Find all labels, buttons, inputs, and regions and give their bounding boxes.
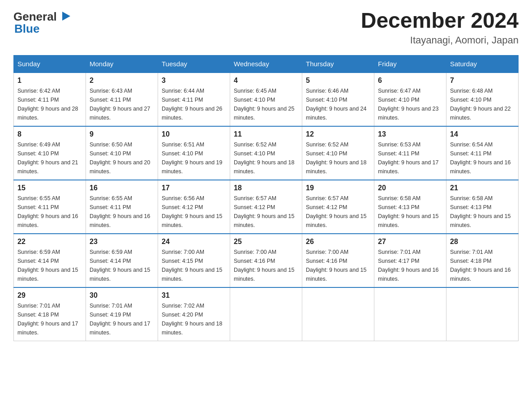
day-info: Sunrise: 6:58 AMSunset: 4:13 PMDaylight:… (378, 195, 439, 228)
day-number: 7 (450, 77, 515, 85)
table-row: 13 Sunrise: 6:53 AMSunset: 4:11 PMDaylig… (374, 126, 446, 180)
day-info: Sunrise: 6:44 AMSunset: 4:11 PMDaylight:… (162, 88, 223, 121)
day-number: 27 (378, 238, 442, 246)
day-number: 3 (162, 77, 226, 85)
day-info: Sunrise: 6:50 AMSunset: 4:10 PMDaylight:… (90, 141, 150, 175)
table-row: 9 Sunrise: 6:50 AMSunset: 4:10 PMDayligh… (86, 126, 158, 180)
day-info: Sunrise: 6:54 AMSunset: 4:11 PMDaylight:… (450, 141, 511, 175)
day-number: 18 (234, 184, 298, 192)
table-row: 27 Sunrise: 7:01 AMSunset: 4:17 PMDaylig… (374, 234, 446, 287)
svg-marker-0 (62, 12, 70, 21)
day-number: 24 (162, 238, 226, 246)
day-number: 11 (234, 130, 298, 138)
col-saturday: Saturday (446, 55, 519, 73)
table-row: 14 Sunrise: 6:54 AMSunset: 4:11 PMDaylig… (446, 126, 519, 180)
day-info: Sunrise: 6:59 AMSunset: 4:14 PMDaylight:… (90, 249, 150, 282)
day-info: Sunrise: 6:52 AMSunset: 4:10 PMDaylight:… (234, 141, 295, 175)
table-row (446, 287, 519, 341)
day-info: Sunrise: 6:49 AMSunset: 4:10 PMDaylight:… (17, 141, 78, 175)
day-info: Sunrise: 7:00 AMSunset: 4:15 PMDaylight:… (162, 249, 223, 282)
table-row: 10 Sunrise: 6:51 AMSunset: 4:10 PMDaylig… (158, 126, 230, 180)
calendar-header-row: Sunday Monday Tuesday Wednesday Thursday… (14, 55, 519, 73)
day-number: 1 (17, 77, 82, 85)
table-row (230, 287, 302, 341)
day-number: 29 (17, 291, 82, 300)
day-number: 16 (90, 184, 154, 192)
calendar-week-row: 1 Sunrise: 6:42 AMSunset: 4:11 PMDayligh… (14, 73, 519, 126)
day-number: 14 (450, 130, 515, 138)
table-row: 19 Sunrise: 6:57 AMSunset: 4:12 PMDaylig… (302, 180, 374, 234)
table-row: 23 Sunrise: 6:59 AMSunset: 4:14 PMDaylig… (86, 234, 158, 287)
calendar-table: Sunday Monday Tuesday Wednesday Thursday… (13, 55, 519, 341)
table-row: 30 Sunrise: 7:01 AMSunset: 4:19 PMDaylig… (86, 287, 158, 341)
day-number: 20 (378, 184, 442, 192)
table-row: 12 Sunrise: 6:52 AMSunset: 4:10 PMDaylig… (302, 126, 374, 180)
day-number: 30 (90, 291, 154, 300)
table-row: 11 Sunrise: 6:52 AMSunset: 4:10 PMDaylig… (230, 126, 302, 180)
table-row: 8 Sunrise: 6:49 AMSunset: 4:10 PMDayligh… (14, 126, 86, 180)
day-number: 25 (234, 238, 298, 246)
table-row: 18 Sunrise: 6:57 AMSunset: 4:12 PMDaylig… (230, 180, 302, 234)
col-thursday: Thursday (302, 55, 374, 73)
day-number: 21 (450, 184, 515, 192)
day-number: 19 (306, 184, 370, 192)
day-info: Sunrise: 7:01 AMSunset: 4:18 PMDaylight:… (17, 303, 78, 336)
day-number: 22 (17, 238, 82, 246)
day-info: Sunrise: 6:45 AMSunset: 4:10 PMDaylight:… (234, 88, 295, 121)
day-info: Sunrise: 6:57 AMSunset: 4:12 PMDaylight:… (306, 195, 367, 228)
day-info: Sunrise: 6:56 AMSunset: 4:12 PMDaylight:… (162, 195, 223, 228)
table-row: 2 Sunrise: 6:43 AMSunset: 4:11 PMDayligh… (86, 73, 158, 126)
day-info: Sunrise: 6:51 AMSunset: 4:10 PMDaylight:… (162, 141, 223, 175)
calendar-week-row: 22 Sunrise: 6:59 AMSunset: 4:14 PMDaylig… (14, 234, 519, 287)
table-row (302, 287, 374, 341)
table-row: 26 Sunrise: 7:00 AMSunset: 4:16 PMDaylig… (302, 234, 374, 287)
day-number: 8 (17, 130, 82, 138)
col-tuesday: Tuesday (158, 55, 230, 73)
day-info: Sunrise: 6:48 AMSunset: 4:10 PMDaylight:… (450, 88, 511, 121)
table-row: 28 Sunrise: 7:01 AMSunset: 4:18 PMDaylig… (446, 234, 519, 287)
table-row: 22 Sunrise: 6:59 AMSunset: 4:14 PMDaylig… (14, 234, 86, 287)
day-info: Sunrise: 6:59 AMSunset: 4:14 PMDaylight:… (17, 249, 78, 282)
table-row: 6 Sunrise: 6:47 AMSunset: 4:10 PMDayligh… (374, 73, 446, 126)
day-info: Sunrise: 7:01 AMSunset: 4:19 PMDaylight:… (90, 303, 150, 336)
day-number: 26 (306, 238, 370, 246)
table-row: 29 Sunrise: 7:01 AMSunset: 4:18 PMDaylig… (14, 287, 86, 341)
col-wednesday: Wednesday (230, 55, 302, 73)
table-row: 21 Sunrise: 6:58 AMSunset: 4:13 PMDaylig… (446, 180, 519, 234)
day-number: 17 (162, 184, 226, 192)
table-row: 31 Sunrise: 7:02 AMSunset: 4:20 PMDaylig… (158, 287, 230, 341)
location: Itayanagi, Aomori, Japan (361, 34, 519, 46)
day-number: 10 (162, 130, 226, 138)
day-number: 31 (162, 291, 226, 300)
table-row: 25 Sunrise: 7:00 AMSunset: 4:16 PMDaylig… (230, 234, 302, 287)
table-row: 3 Sunrise: 6:44 AMSunset: 4:11 PMDayligh… (158, 73, 230, 126)
day-number: 9 (90, 130, 154, 138)
logo: General Blue (13, 9, 74, 35)
logo-arrow-icon (58, 8, 74, 24)
day-info: Sunrise: 6:57 AMSunset: 4:12 PMDaylight:… (234, 195, 295, 228)
month-title: December 2024 (361, 9, 519, 33)
day-number: 5 (306, 77, 370, 85)
day-number: 15 (17, 184, 82, 192)
calendar-week-row: 8 Sunrise: 6:49 AMSunset: 4:10 PMDayligh… (14, 126, 519, 180)
day-number: 23 (90, 238, 154, 246)
day-info: Sunrise: 6:55 AMSunset: 4:11 PMDaylight:… (90, 195, 150, 228)
day-info: Sunrise: 6:43 AMSunset: 4:11 PMDaylight:… (90, 88, 150, 121)
day-number: 4 (234, 77, 298, 85)
col-monday: Monday (86, 55, 158, 73)
day-info: Sunrise: 6:55 AMSunset: 4:11 PMDaylight:… (17, 195, 78, 228)
table-row: 24 Sunrise: 7:00 AMSunset: 4:15 PMDaylig… (158, 234, 230, 287)
col-friday: Friday (374, 55, 446, 73)
calendar-week-row: 29 Sunrise: 7:01 AMSunset: 4:18 PMDaylig… (14, 287, 519, 341)
day-info: Sunrise: 7:01 AMSunset: 4:17 PMDaylight:… (378, 249, 439, 282)
day-info: Sunrise: 6:42 AMSunset: 4:11 PMDaylight:… (17, 88, 78, 121)
table-row: 7 Sunrise: 6:48 AMSunset: 4:10 PMDayligh… (446, 73, 519, 126)
table-row: 1 Sunrise: 6:42 AMSunset: 4:11 PMDayligh… (14, 73, 86, 126)
day-number: 2 (90, 77, 154, 85)
logo-text-blue: Blue (14, 22, 39, 35)
table-row: 17 Sunrise: 6:56 AMSunset: 4:12 PMDaylig… (158, 180, 230, 234)
calendar-week-row: 15 Sunrise: 6:55 AMSunset: 4:11 PMDaylig… (14, 180, 519, 234)
table-row: 5 Sunrise: 6:46 AMSunset: 4:10 PMDayligh… (302, 73, 374, 126)
day-info: Sunrise: 7:01 AMSunset: 4:18 PMDaylight:… (450, 249, 511, 282)
day-info: Sunrise: 6:58 AMSunset: 4:13 PMDaylight:… (450, 195, 511, 228)
